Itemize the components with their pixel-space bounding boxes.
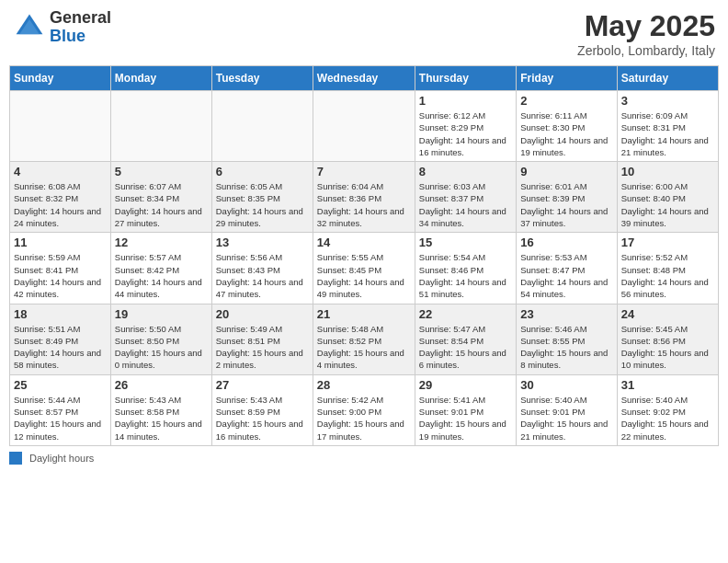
logo-general: General: [50, 8, 111, 27]
day-info: Sunrise: 5:43 AMSunset: 8:58 PMDaylight:…: [115, 394, 208, 442]
day-number: 24: [621, 307, 714, 321]
calendar-day-cell: 29Sunrise: 5:41 AMSunset: 9:01 PMDayligh…: [415, 374, 516, 445]
day-number: 18: [14, 307, 107, 321]
day-info: Sunrise: 6:09 AMSunset: 8:31 PMDaylight:…: [621, 109, 714, 158]
day-number: 1: [419, 94, 512, 108]
day-number: 30: [520, 378, 612, 392]
month-title: May 2025: [577, 9, 715, 43]
day-number: 11: [14, 236, 107, 249]
logo-blue: Blue: [50, 27, 85, 45]
day-info: Sunrise: 5:47 AMSunset: 8:54 PMDaylight:…: [419, 323, 512, 372]
day-number: 19: [115, 307, 208, 321]
day-number: 8: [419, 165, 512, 178]
day-info: Sunrise: 5:54 AMSunset: 8:46 PMDaylight:…: [419, 251, 512, 300]
legend-box: [9, 452, 22, 465]
calendar-day-cell: 31Sunrise: 5:40 AMSunset: 9:02 PMDayligh…: [617, 374, 718, 445]
calendar-week-row: 11Sunrise: 5:59 AMSunset: 8:41 PMDayligh…: [10, 233, 719, 304]
calendar-day-cell: [211, 91, 313, 162]
day-number: 7: [317, 165, 411, 178]
calendar-day-header: Friday: [517, 66, 617, 91]
day-info: Sunrise: 5:41 AMSunset: 9:01 PMDaylight:…: [419, 394, 512, 442]
calendar-day-cell: 9Sunrise: 6:01 AMSunset: 8:39 PMDaylight…: [517, 162, 617, 233]
day-number: 21: [317, 307, 411, 321]
day-info: Sunrise: 5:50 AMSunset: 8:50 PMDaylight:…: [115, 323, 208, 372]
calendar-day-cell: 19Sunrise: 5:50 AMSunset: 8:50 PMDayligh…: [110, 304, 211, 374]
calendar-day-cell: [110, 91, 211, 162]
calendar-day-cell: 27Sunrise: 5:43 AMSunset: 8:59 PMDayligh…: [211, 374, 313, 445]
day-number: 3: [621, 94, 714, 108]
day-number: 25: [14, 378, 107, 392]
calendar-day-cell: 13Sunrise: 5:56 AMSunset: 8:43 PMDayligh…: [211, 233, 313, 304]
logo: General Blue: [13, 9, 111, 46]
calendar-day-cell: 2Sunrise: 6:11 AMSunset: 8:30 PMDaylight…: [517, 91, 617, 162]
calendar-day-cell: 24Sunrise: 5:45 AMSunset: 8:56 PMDayligh…: [617, 304, 718, 374]
day-number: 13: [216, 236, 309, 249]
calendar-day-cell: 6Sunrise: 6:05 AMSunset: 8:35 PMDaylight…: [211, 162, 313, 233]
calendar-day-cell: 20Sunrise: 5:49 AMSunset: 8:51 PMDayligh…: [211, 304, 313, 374]
day-info: Sunrise: 6:05 AMSunset: 8:35 PMDaylight:…: [216, 180, 309, 229]
logo-text: General Blue: [50, 9, 111, 46]
day-info: Sunrise: 5:40 AMSunset: 9:01 PMDaylight:…: [520, 394, 612, 442]
calendar-day-cell: 18Sunrise: 5:51 AMSunset: 8:49 PMDayligh…: [10, 304, 111, 374]
calendar-week-row: 18Sunrise: 5:51 AMSunset: 8:49 PMDayligh…: [10, 304, 719, 374]
calendar-header-row: SundayMondayTuesdayWednesdayThursdayFrid…: [10, 66, 719, 91]
calendar-day-cell: [313, 91, 415, 162]
calendar-day-cell: 7Sunrise: 6:04 AMSunset: 8:36 PMDaylight…: [313, 162, 415, 233]
day-number: 22: [419, 307, 512, 321]
day-number: 16: [520, 236, 612, 249]
day-number: 23: [520, 307, 612, 321]
calendar-day-cell: 17Sunrise: 5:52 AMSunset: 8:48 PMDayligh…: [617, 233, 718, 304]
calendar-day-cell: 16Sunrise: 5:53 AMSunset: 8:47 PMDayligh…: [517, 233, 617, 304]
calendar-day-cell: 10Sunrise: 6:00 AMSunset: 8:40 PMDayligh…: [617, 162, 718, 233]
day-info: Sunrise: 5:48 AMSunset: 8:52 PMDaylight:…: [317, 323, 411, 372]
day-info: Sunrise: 5:55 AMSunset: 8:45 PMDaylight:…: [317, 251, 411, 300]
day-info: Sunrise: 6:04 AMSunset: 8:36 PMDaylight:…: [317, 180, 411, 229]
day-number: 31: [621, 378, 714, 392]
day-number: 6: [216, 165, 309, 178]
calendar-day-cell: 3Sunrise: 6:09 AMSunset: 8:31 PMDaylight…: [617, 91, 718, 162]
day-number: 9: [520, 165, 612, 178]
calendar-day-cell: 21Sunrise: 5:48 AMSunset: 8:52 PMDayligh…: [313, 304, 415, 374]
day-number: 4: [14, 165, 107, 178]
calendar-day-header: Saturday: [617, 66, 718, 91]
page-header: General Blue May 2025 Zerbolo, Lombardy,…: [9, 9, 719, 58]
day-info: Sunrise: 6:00 AMSunset: 8:40 PMDaylight:…: [621, 180, 714, 229]
day-info: Sunrise: 5:49 AMSunset: 8:51 PMDaylight:…: [216, 323, 309, 372]
legend-label: Daylight hours: [29, 453, 94, 464]
calendar-day-cell: 5Sunrise: 6:07 AMSunset: 8:34 PMDaylight…: [110, 162, 211, 233]
day-info: Sunrise: 6:12 AMSunset: 8:29 PMDaylight:…: [419, 109, 512, 158]
calendar-day-cell: 12Sunrise: 5:57 AMSunset: 8:42 PMDayligh…: [110, 233, 211, 304]
day-number: 14: [317, 236, 411, 249]
calendar-day-header: Thursday: [415, 66, 516, 91]
calendar-day-cell: 23Sunrise: 5:46 AMSunset: 8:55 PMDayligh…: [517, 304, 617, 374]
calendar: SundayMondayTuesdayWednesdayThursdayFrid…: [9, 65, 719, 446]
calendar-week-row: 1Sunrise: 6:12 AMSunset: 8:29 PMDaylight…: [10, 91, 719, 162]
day-info: Sunrise: 5:44 AMSunset: 8:57 PMDaylight:…: [14, 394, 107, 442]
footer: Daylight hours: [9, 452, 719, 465]
day-number: 10: [621, 165, 714, 178]
calendar-day-cell: 14Sunrise: 5:55 AMSunset: 8:45 PMDayligh…: [313, 233, 415, 304]
calendar-day-cell: 1Sunrise: 6:12 AMSunset: 8:29 PMDaylight…: [415, 91, 516, 162]
day-info: Sunrise: 5:51 AMSunset: 8:49 PMDaylight:…: [14, 323, 107, 372]
day-info: Sunrise: 6:01 AMSunset: 8:39 PMDaylight:…: [520, 180, 612, 229]
calendar-day-cell: 8Sunrise: 6:03 AMSunset: 8:37 PMDaylight…: [415, 162, 516, 233]
calendar-day-cell: 11Sunrise: 5:59 AMSunset: 8:41 PMDayligh…: [10, 233, 111, 304]
title-block: May 2025 Zerbolo, Lombardy, Italy: [577, 9, 715, 58]
day-info: Sunrise: 5:46 AMSunset: 8:55 PMDaylight:…: [520, 323, 612, 372]
day-number: 15: [419, 236, 512, 249]
day-info: Sunrise: 6:08 AMSunset: 8:32 PMDaylight:…: [14, 180, 107, 229]
day-number: 20: [216, 307, 309, 321]
day-info: Sunrise: 5:52 AMSunset: 8:48 PMDaylight:…: [621, 251, 714, 300]
day-info: Sunrise: 5:45 AMSunset: 8:56 PMDaylight:…: [621, 323, 714, 372]
day-number: 5: [115, 165, 208, 178]
calendar-day-header: Sunday: [10, 66, 111, 91]
day-info: Sunrise: 6:11 AMSunset: 8:30 PMDaylight:…: [520, 109, 612, 158]
day-number: 26: [115, 378, 208, 392]
calendar-day-cell: [10, 91, 111, 162]
calendar-day-header: Tuesday: [211, 66, 313, 91]
calendar-week-row: 25Sunrise: 5:44 AMSunset: 8:57 PMDayligh…: [10, 374, 719, 445]
day-info: Sunrise: 5:57 AMSunset: 8:42 PMDaylight:…: [115, 251, 208, 300]
day-info: Sunrise: 6:07 AMSunset: 8:34 PMDaylight:…: [115, 180, 208, 229]
day-number: 27: [216, 378, 309, 392]
calendar-day-cell: 22Sunrise: 5:47 AMSunset: 8:54 PMDayligh…: [415, 304, 516, 374]
